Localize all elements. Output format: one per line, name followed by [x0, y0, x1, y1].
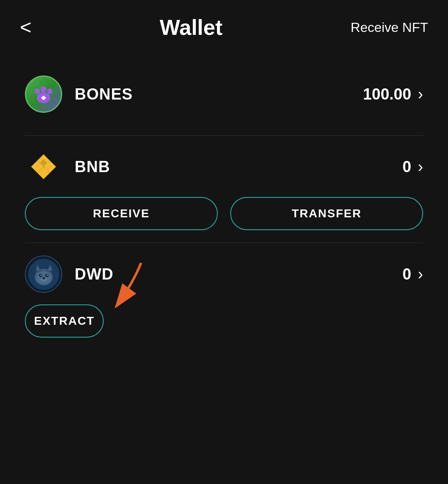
bnb-token-left: BNB [25, 148, 110, 185]
extract-button[interactable]: EXTRACT [25, 304, 104, 338]
dwd-wolf-svg [28, 259, 59, 290]
bnb-token-row[interactable]: BNB 0 › [25, 148, 423, 185]
wallet-content: BONES 100.00 › [0, 55, 448, 358]
svg-point-3 [47, 88, 52, 94]
bones-paw-svg [32, 82, 56, 106]
extract-container: EXTRACT [25, 304, 423, 338]
dwd-chevron-icon: › [418, 265, 423, 283]
back-button[interactable]: < [20, 17, 32, 37]
bnb-section: BNB 0 › RECEIVE TRANSFER [0, 136, 448, 243]
dwd-section: DWD 0 › EXTRACT [0, 243, 448, 350]
svg-point-21 [46, 274, 48, 275]
svg-point-20 [40, 274, 41, 275]
bones-token-name: BONES [75, 85, 133, 103]
bnb-buttons: RECEIVE TRANSFER [25, 197, 423, 230]
dwd-token-right: 0 › [402, 265, 423, 283]
bones-token-left: BONES [25, 75, 133, 113]
bones-balance: 100.00 [363, 85, 411, 103]
bones-token-row[interactable]: BONES 100.00 › [25, 75, 423, 113]
bnb-chevron-icon: › [418, 158, 423, 176]
receive-button[interactable]: RECEIVE [25, 197, 218, 230]
svg-point-23 [42, 277, 45, 279]
dwd-token-row[interactable]: DWD 0 › [25, 255, 423, 293]
svg-point-1 [41, 86, 46, 93]
bones-token-right: 100.00 › [363, 85, 423, 103]
bones-section: BONES 100.00 › [0, 63, 448, 135]
svg-point-2 [35, 88, 40, 94]
svg-rect-5 [41, 97, 46, 99]
page-title: Wallet [160, 15, 222, 40]
bones-chevron-icon: › [418, 85, 423, 103]
dwd-balance: 0 [402, 265, 411, 283]
page-header: < Wallet Receive NFT [0, 0, 448, 55]
bnb-token-right: 0 › [402, 158, 423, 176]
bnb-balance: 0 [402, 158, 411, 176]
receive-nft-button[interactable]: Receive NFT [351, 20, 428, 35]
dwd-token-name: DWD [75, 265, 114, 283]
bnb-icon [25, 148, 62, 185]
bnb-logo-svg [27, 150, 60, 183]
dwd-icon [25, 255, 62, 293]
bnb-token-name: BNB [75, 158, 110, 176]
dwd-token-left: DWD [25, 255, 114, 293]
transfer-button[interactable]: TRANSFER [230, 197, 423, 230]
bones-icon [25, 75, 62, 113]
